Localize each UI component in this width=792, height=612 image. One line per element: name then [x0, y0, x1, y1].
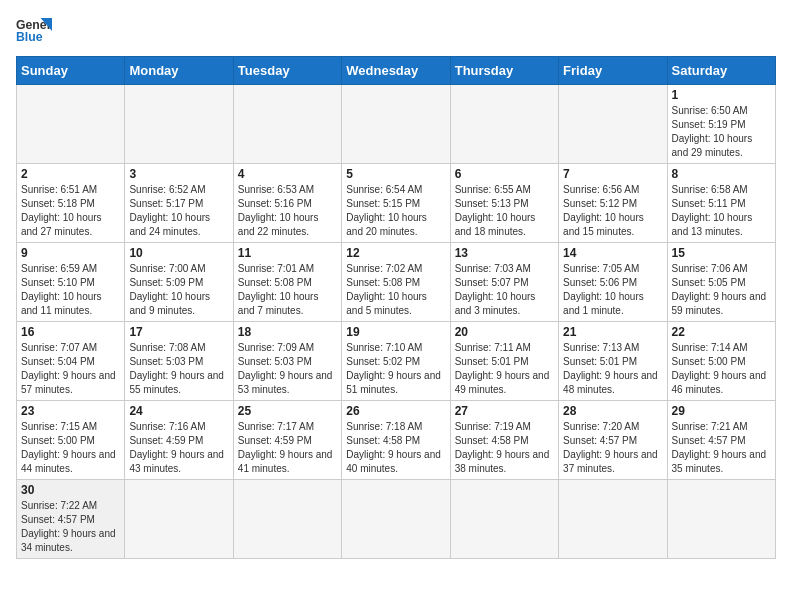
day-info: Sunrise: 6:59 AM Sunset: 5:10 PM Dayligh…: [21, 262, 120, 318]
day-cell: 21Sunrise: 7:13 AM Sunset: 5:01 PM Dayli…: [559, 322, 667, 401]
day-info: Sunrise: 7:16 AM Sunset: 4:59 PM Dayligh…: [129, 420, 228, 476]
page: General Blue SundayMondayTuesdayWednesda…: [0, 0, 792, 567]
day-info: Sunrise: 6:53 AM Sunset: 5:16 PM Dayligh…: [238, 183, 337, 239]
day-cell: 13Sunrise: 7:03 AM Sunset: 5:07 PM Dayli…: [450, 243, 558, 322]
day-number: 6: [455, 167, 554, 181]
day-number: 8: [672, 167, 771, 181]
logo: General Blue: [16, 16, 56, 46]
day-info: Sunrise: 7:13 AM Sunset: 5:01 PM Dayligh…: [563, 341, 662, 397]
day-info: Sunrise: 7:02 AM Sunset: 5:08 PM Dayligh…: [346, 262, 445, 318]
day-cell: [233, 85, 341, 164]
calendar: SundayMondayTuesdayWednesdayThursdayFrid…: [16, 56, 776, 559]
day-number: 16: [21, 325, 120, 339]
day-cell: 11Sunrise: 7:01 AM Sunset: 5:08 PM Dayli…: [233, 243, 341, 322]
day-cell: [450, 85, 558, 164]
day-info: Sunrise: 7:00 AM Sunset: 5:09 PM Dayligh…: [129, 262, 228, 318]
day-cell: 29Sunrise: 7:21 AM Sunset: 4:57 PM Dayli…: [667, 401, 775, 480]
day-number: 2: [21, 167, 120, 181]
week-row-1: 2Sunrise: 6:51 AM Sunset: 5:18 PM Daylig…: [17, 164, 776, 243]
day-info: Sunrise: 7:11 AM Sunset: 5:01 PM Dayligh…: [455, 341, 554, 397]
day-number: 12: [346, 246, 445, 260]
day-cell: [125, 85, 233, 164]
day-info: Sunrise: 7:06 AM Sunset: 5:05 PM Dayligh…: [672, 262, 771, 318]
day-cell: 27Sunrise: 7:19 AM Sunset: 4:58 PM Dayli…: [450, 401, 558, 480]
day-cell: 17Sunrise: 7:08 AM Sunset: 5:03 PM Dayli…: [125, 322, 233, 401]
day-cell: 28Sunrise: 7:20 AM Sunset: 4:57 PM Dayli…: [559, 401, 667, 480]
day-info: Sunrise: 7:09 AM Sunset: 5:03 PM Dayligh…: [238, 341, 337, 397]
day-number: 10: [129, 246, 228, 260]
day-number: 29: [672, 404, 771, 418]
day-info: Sunrise: 7:10 AM Sunset: 5:02 PM Dayligh…: [346, 341, 445, 397]
day-number: 11: [238, 246, 337, 260]
day-number: 17: [129, 325, 228, 339]
day-cell: [342, 480, 450, 559]
week-row-5: 30Sunrise: 7:22 AM Sunset: 4:57 PM Dayli…: [17, 480, 776, 559]
day-info: Sunrise: 7:19 AM Sunset: 4:58 PM Dayligh…: [455, 420, 554, 476]
day-number: 19: [346, 325, 445, 339]
day-number: 25: [238, 404, 337, 418]
day-cell: 10Sunrise: 7:00 AM Sunset: 5:09 PM Dayli…: [125, 243, 233, 322]
day-number: 26: [346, 404, 445, 418]
day-cell: [559, 480, 667, 559]
weekday-header-wednesday: Wednesday: [342, 57, 450, 85]
day-info: Sunrise: 7:15 AM Sunset: 5:00 PM Dayligh…: [21, 420, 120, 476]
day-info: Sunrise: 7:17 AM Sunset: 4:59 PM Dayligh…: [238, 420, 337, 476]
day-cell: 12Sunrise: 7:02 AM Sunset: 5:08 PM Dayli…: [342, 243, 450, 322]
day-number: 1: [672, 88, 771, 102]
day-info: Sunrise: 7:07 AM Sunset: 5:04 PM Dayligh…: [21, 341, 120, 397]
day-cell: 7Sunrise: 6:56 AM Sunset: 5:12 PM Daylig…: [559, 164, 667, 243]
day-info: Sunrise: 7:08 AM Sunset: 5:03 PM Dayligh…: [129, 341, 228, 397]
day-number: 22: [672, 325, 771, 339]
day-cell: 9Sunrise: 6:59 AM Sunset: 5:10 PM Daylig…: [17, 243, 125, 322]
day-info: Sunrise: 6:51 AM Sunset: 5:18 PM Dayligh…: [21, 183, 120, 239]
day-number: 18: [238, 325, 337, 339]
day-number: 9: [21, 246, 120, 260]
day-info: Sunrise: 7:22 AM Sunset: 4:57 PM Dayligh…: [21, 499, 120, 555]
weekday-header-row: SundayMondayTuesdayWednesdayThursdayFrid…: [17, 57, 776, 85]
day-cell: 8Sunrise: 6:58 AM Sunset: 5:11 PM Daylig…: [667, 164, 775, 243]
day-info: Sunrise: 6:50 AM Sunset: 5:19 PM Dayligh…: [672, 104, 771, 160]
day-cell: 19Sunrise: 7:10 AM Sunset: 5:02 PM Dayli…: [342, 322, 450, 401]
day-info: Sunrise: 6:58 AM Sunset: 5:11 PM Dayligh…: [672, 183, 771, 239]
day-cell: 26Sunrise: 7:18 AM Sunset: 4:58 PM Dayli…: [342, 401, 450, 480]
day-cell: [17, 85, 125, 164]
day-number: 7: [563, 167, 662, 181]
day-number: 21: [563, 325, 662, 339]
day-number: 13: [455, 246, 554, 260]
weekday-header-sunday: Sunday: [17, 57, 125, 85]
day-number: 27: [455, 404, 554, 418]
day-cell: [342, 85, 450, 164]
day-number: 14: [563, 246, 662, 260]
week-row-2: 9Sunrise: 6:59 AM Sunset: 5:10 PM Daylig…: [17, 243, 776, 322]
day-number: 30: [21, 483, 120, 497]
day-cell: 25Sunrise: 7:17 AM Sunset: 4:59 PM Dayli…: [233, 401, 341, 480]
day-cell: [559, 85, 667, 164]
day-info: Sunrise: 6:55 AM Sunset: 5:13 PM Dayligh…: [455, 183, 554, 239]
day-info: Sunrise: 6:52 AM Sunset: 5:17 PM Dayligh…: [129, 183, 228, 239]
day-cell: 5Sunrise: 6:54 AM Sunset: 5:15 PM Daylig…: [342, 164, 450, 243]
day-number: 28: [563, 404, 662, 418]
weekday-header-tuesday: Tuesday: [233, 57, 341, 85]
day-number: 4: [238, 167, 337, 181]
day-info: Sunrise: 7:03 AM Sunset: 5:07 PM Dayligh…: [455, 262, 554, 318]
day-number: 5: [346, 167, 445, 181]
day-info: Sunrise: 7:01 AM Sunset: 5:08 PM Dayligh…: [238, 262, 337, 318]
day-number: 15: [672, 246, 771, 260]
generalblue-icon: General Blue: [16, 16, 52, 46]
day-cell: [450, 480, 558, 559]
weekday-header-thursday: Thursday: [450, 57, 558, 85]
day-info: Sunrise: 7:05 AM Sunset: 5:06 PM Dayligh…: [563, 262, 662, 318]
day-cell: 16Sunrise: 7:07 AM Sunset: 5:04 PM Dayli…: [17, 322, 125, 401]
weekday-header-monday: Monday: [125, 57, 233, 85]
day-cell: 15Sunrise: 7:06 AM Sunset: 5:05 PM Dayli…: [667, 243, 775, 322]
day-cell: 14Sunrise: 7:05 AM Sunset: 5:06 PM Dayli…: [559, 243, 667, 322]
week-row-4: 23Sunrise: 7:15 AM Sunset: 5:00 PM Dayli…: [17, 401, 776, 480]
svg-text:Blue: Blue: [16, 30, 43, 44]
day-cell: 3Sunrise: 6:52 AM Sunset: 5:17 PM Daylig…: [125, 164, 233, 243]
day-info: Sunrise: 7:20 AM Sunset: 4:57 PM Dayligh…: [563, 420, 662, 476]
day-cell: 24Sunrise: 7:16 AM Sunset: 4:59 PM Dayli…: [125, 401, 233, 480]
header: General Blue: [16, 16, 776, 46]
day-cell: [125, 480, 233, 559]
weekday-header-saturday: Saturday: [667, 57, 775, 85]
day-cell: [667, 480, 775, 559]
